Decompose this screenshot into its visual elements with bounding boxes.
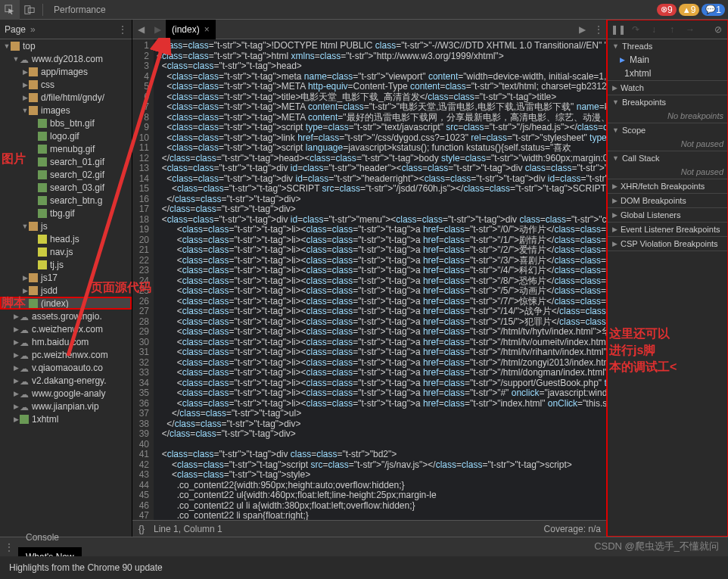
step-over-icon[interactable]: ↷ (629, 24, 642, 35)
tree-item[interactable]: search_02.gif (0, 168, 132, 181)
tree-item[interactable]: tbg.gif (0, 207, 132, 219)
section-status: Not paused (608, 137, 728, 151)
tree-item[interactable]: ▶☁hm.baidu.com (0, 335, 132, 348)
step-out-icon[interactable]: ↑ (665, 24, 679, 35)
coverage-label: Coverage: n/a (544, 524, 601, 534)
section-xhr-fetch-breakpoints[interactable]: ▶XHR/fetch Breakpoints (608, 179, 728, 193)
tree-item[interactable]: menubg.gif (0, 142, 132, 155)
step-into-icon[interactable]: ↓ (647, 24, 661, 35)
tree-item[interactable]: logo.gif (0, 129, 132, 142)
tree-item[interactable]: search_03.gif (0, 181, 132, 194)
tree-item[interactable]: search_btn.g (0, 194, 132, 207)
thread-item[interactable]: ▶Main (608, 53, 728, 67)
cursor-position: Line 1, Column 1 (154, 524, 222, 534)
tree-item[interactable]: ▶app/images (0, 65, 132, 78)
section-scope[interactable]: ▼Scope (608, 123, 728, 137)
tree-item[interactable]: bbs_btn.gif (0, 117, 132, 129)
device-toggle-icon[interactable] (20, 0, 39, 20)
section-global-listeners[interactable]: ▶Global Listeners (608, 208, 728, 222)
tree-item[interactable]: (index) (0, 297, 132, 310)
tree-item[interactable]: ▶☁c.weizhenwx.com (0, 322, 132, 335)
more-icon[interactable]: ⋮ (590, 24, 607, 35)
debugger-panel: ❚❚ ↷ ↓ ↑ → ⊘ ▼Threads▶Main1xhtml▶Watch▼B… (607, 20, 728, 537)
section-watch[interactable]: ▶Watch (608, 81, 728, 95)
tree-item[interactable]: ▼☁www.dy2018.com (0, 52, 132, 65)
top-tab-performance[interactable]: Performance (46, 0, 114, 20)
devtools-top-tabs: ElementsConsoleSourcesNetworkPerformance… (0, 0, 728, 20)
section-status: No breakpoints (608, 109, 728, 123)
section-csp-violation-breakpoints[interactable]: ▶CSP Violation Breakpoints (608, 237, 728, 251)
tree-item[interactable]: ▼images (0, 104, 132, 117)
more-icon[interactable]: ⋮ (118, 24, 127, 35)
step-icon[interactable]: → (683, 24, 697, 35)
whats-new-content: Highlights from the Chrome 90 update (0, 556, 728, 579)
file-tree: ▼top▼☁www.dy2018.com▶app/images▶css▶d/fi… (0, 39, 132, 537)
tree-item[interactable]: ▶1xhtml (0, 412, 132, 425)
pause-icon[interactable]: ❚❚ (611, 24, 624, 35)
section-breakpoints[interactable]: ▼Breakpoints (608, 95, 728, 109)
svg-rect-2 (28, 8, 34, 12)
tree-item[interactable]: ▶d/file/html/gndy/ (0, 91, 132, 104)
section-call-stack[interactable]: ▼Call Stack (608, 151, 728, 165)
chevron-right-icon[interactable]: » (30, 24, 36, 35)
tree-item[interactable]: ▶js17 (0, 271, 132, 284)
section-threads[interactable]: ▼Threads (608, 39, 728, 53)
watermark: CSDN @爬虫选手_不懂就问 (594, 540, 719, 553)
tree-item[interactable]: search_01.gif (0, 155, 132, 168)
thread-item[interactable]: 1xhtml (608, 67, 728, 80)
code-editor[interactable]: 1234567891011121314151617181920212223242… (132, 39, 607, 520)
deactivate-bp-icon[interactable]: ⊘ (711, 24, 725, 35)
tree-item[interactable]: nav.js (0, 245, 132, 258)
tree-item[interactable]: head.js (0, 232, 132, 245)
info-badge[interactable]: 💬 1 (702, 4, 725, 16)
menu-icon[interactable]: ⋮ (0, 542, 18, 553)
tree-item[interactable]: ▶☁www.google-analy (0, 387, 132, 400)
error-badge[interactable]: ⊗ 9 (657, 4, 677, 16)
tree-item[interactable]: ▼top (0, 39, 132, 52)
section-dom-breakpoints[interactable]: ▶DOM Breakpoints (608, 194, 728, 207)
tree-item[interactable]: ▶☁pc.weizhenwx.com (0, 348, 132, 361)
tree-item[interactable]: ▶jsdd (0, 284, 132, 297)
run-icon[interactable]: ▶ (574, 24, 590, 35)
tree-item[interactable]: ▶☁v.qiaomaoauto.co (0, 361, 132, 374)
inspect-icon[interactable] (0, 0, 20, 20)
warning-badge[interactable]: ▲ 9 (679, 4, 700, 16)
file-navigator: Page » ⋮ ▼top▼☁www.dy2018.com▶app/images… (0, 20, 132, 537)
tree-item[interactable]: tj.js (0, 258, 132, 271)
page-tab[interactable]: Page (5, 24, 26, 35)
tree-item[interactable]: ▼js (0, 219, 132, 232)
nav-fwd-icon[interactable]: ▶ (149, 24, 166, 35)
drawer-tab-console[interactable]: Console (18, 528, 82, 547)
tree-item[interactable]: ▶css (0, 78, 132, 91)
file-tab[interactable]: (index)× (166, 20, 216, 39)
section-status: Not paused (608, 165, 728, 179)
close-icon[interactable]: × (204, 20, 210, 39)
nav-back-icon[interactable]: ◀ (132, 24, 149, 35)
braces-icon[interactable]: {} (138, 524, 145, 534)
section-event-listener-breakpoints[interactable]: ▶Event Listener Breakpoints (608, 223, 728, 236)
tree-item[interactable]: ▶☁assets.growingio. (0, 310, 132, 322)
tree-item[interactable]: ▶☁v2.dakang-energy. (0, 374, 132, 387)
status-bar: {} Line 1, Column 1 Coverage: n/a (132, 520, 607, 537)
tree-item[interactable]: ▶☁www.jianpian.vip (0, 400, 132, 412)
